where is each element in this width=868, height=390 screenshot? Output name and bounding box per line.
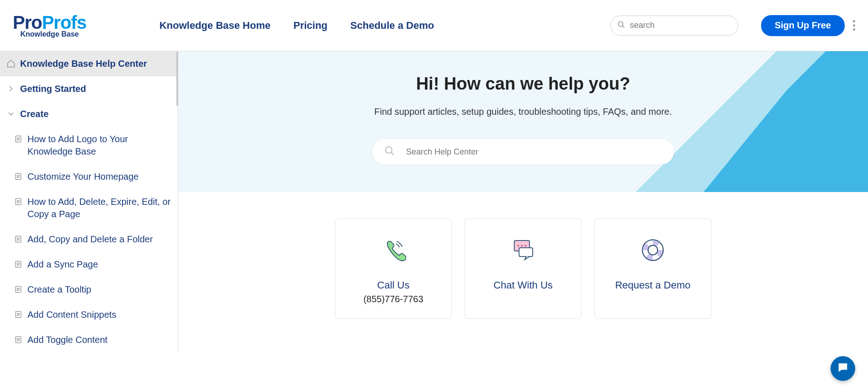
- svg-line-35: [391, 152, 394, 155]
- sidebar-child[interactable]: Add a Sync Page: [0, 252, 178, 277]
- page-icon: [14, 197, 23, 206]
- sidebar-item-label: Getting Started: [20, 83, 86, 95]
- content-area: Hi! How can we help you? Find support ar…: [178, 51, 868, 353]
- more-menu-icon[interactable]: [853, 20, 855, 31]
- logo-subtitle: Knowledge Base: [13, 30, 86, 38]
- svg-rect-40: [519, 248, 533, 256]
- page-icon: [14, 285, 23, 294]
- card-title: Request a Demo: [600, 279, 705, 291]
- sidebar-child[interactable]: Add Toggle Content: [0, 327, 178, 353]
- phone-icon: [341, 237, 446, 263]
- sidebar-item-label: Create: [20, 108, 48, 120]
- chevron-down-icon: [6, 109, 16, 118]
- page-icon: [14, 235, 23, 244]
- signup-button[interactable]: Sign Up Free: [761, 15, 845, 36]
- top-header: ProProfs Knowledge Base Knowledge Base H…: [0, 0, 868, 51]
- svg-line-1: [622, 26, 625, 28]
- card-title: Chat With Us: [471, 279, 576, 291]
- nav-pricing[interactable]: Pricing: [293, 20, 328, 32]
- card-chat[interactable]: Chat With Us: [465, 219, 582, 319]
- logo-part2: Profs: [42, 12, 86, 32]
- hero-search[interactable]: [372, 139, 674, 165]
- svg-point-34: [386, 147, 392, 153]
- hero-section: Hi! How can we help you? Find support ar…: [178, 51, 868, 192]
- page-icon: [14, 134, 23, 144]
- sidebar-item-label: Add a Sync Page: [27, 258, 98, 271]
- cards-row: Call Us (855)776-7763 Chat With Us: [178, 192, 868, 319]
- search-icon: [384, 145, 395, 158]
- sidebar-child[interactable]: Customize Your Homepage: [0, 164, 178, 189]
- sidebar: Knowledge Base Help Center Getting Start…: [0, 51, 178, 353]
- sidebar-item-label: Customize Your Homepage: [27, 171, 138, 183]
- page-icon: [14, 310, 23, 319]
- chevron-right-icon: [6, 84, 16, 93]
- sidebar-child[interactable]: Add, Copy and Delete a Folder: [0, 227, 178, 252]
- logo[interactable]: ProProfs Knowledge Base: [13, 12, 86, 38]
- logo-part1: Pro: [13, 12, 42, 32]
- card-title: Call Us: [341, 279, 446, 291]
- sidebar-getting-started[interactable]: Getting Started: [0, 76, 178, 102]
- card-demo[interactable]: Request a Demo: [594, 219, 711, 319]
- svg-point-37: [517, 245, 519, 246]
- svg-point-0: [618, 21, 623, 27]
- top-search[interactable]: [610, 16, 738, 36]
- page-icon: [14, 260, 23, 269]
- sidebar-child[interactable]: How to Add, Delete, Expire, Edit, or Cop…: [0, 189, 178, 227]
- svg-point-38: [521, 245, 523, 246]
- nav-schedule-demo[interactable]: Schedule a Demo: [350, 20, 434, 32]
- chat-icon: [471, 237, 576, 263]
- sidebar-child[interactable]: Add Content Snippets: [0, 302, 178, 327]
- sidebar-root[interactable]: Knowledge Base Help Center: [0, 51, 178, 76]
- sidebar-item-label: Add, Copy and Delete a Folder: [27, 233, 153, 246]
- page-icon: [14, 335, 23, 344]
- sidebar-item-label: Create a Tooltip: [27, 283, 91, 296]
- hero-search-input[interactable]: [406, 147, 662, 157]
- search-icon: [617, 21, 625, 31]
- sidebar-child[interactable]: Create a Tooltip: [0, 277, 178, 302]
- sidebar-item-label: Add Content Snippets: [27, 309, 116, 321]
- sidebar-item-label: How to Add Logo to Your Knowledge Base: [27, 133, 171, 158]
- card-call[interactable]: Call Us (855)776-7763: [335, 219, 452, 319]
- home-icon: [6, 59, 16, 68]
- page-icon: [14, 172, 23, 181]
- top-search-input[interactable]: [630, 21, 731, 30]
- sidebar-item-label: How to Add, Delete, Expire, Edit, or Cop…: [27, 196, 171, 220]
- sidebar-child[interactable]: How to Add Logo to Your Knowledge Base: [0, 127, 178, 164]
- lifebuoy-icon: [600, 237, 705, 263]
- nav-home[interactable]: Knowledge Base Home: [159, 20, 270, 32]
- card-phone-number: (855)776-7763: [341, 294, 446, 305]
- sidebar-item-label: Add Toggle Content: [27, 334, 107, 346]
- svg-point-39: [524, 245, 526, 246]
- top-nav: Knowledge Base Home Pricing Schedule a D…: [159, 20, 434, 32]
- sidebar-root-label: Knowledge Base Help Center: [20, 58, 147, 70]
- sidebar-create[interactable]: Create: [0, 102, 178, 127]
